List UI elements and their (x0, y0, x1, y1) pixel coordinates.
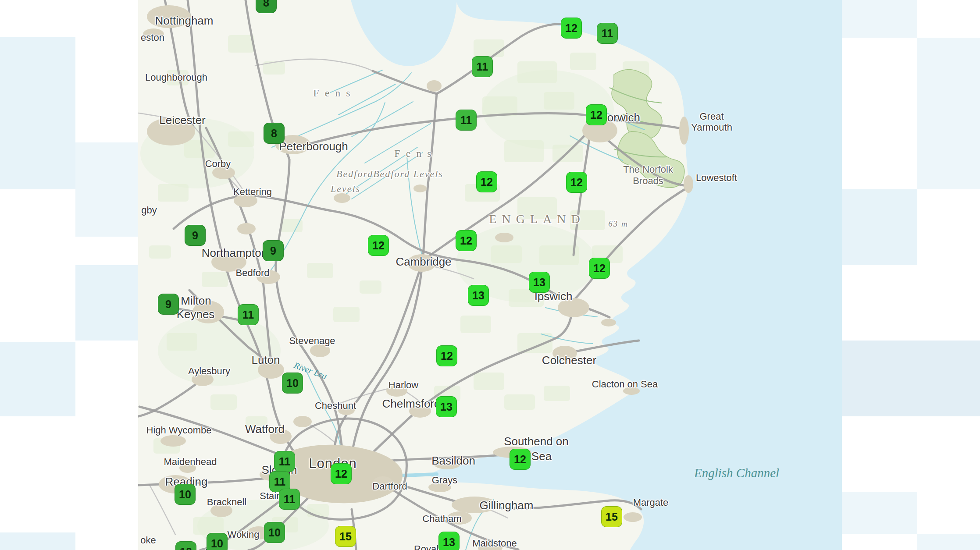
temperature-marker[interactable]: 10 (207, 533, 228, 550)
temperature-marker[interactable]: 12 (510, 449, 531, 470)
temperature-marker[interactable]: 11 (279, 489, 300, 510)
temperature-marker[interactable]: 15 (335, 526, 356, 547)
temperature-marker[interactable]: 9 (158, 294, 179, 315)
temperature-marker[interactable]: 12 (368, 235, 389, 256)
temperature-marker[interactable]: 12 (566, 172, 587, 193)
map-viewport[interactable]: NottinghamestonLoughboroughLeicesterCorb… (0, 0, 980, 550)
loading-tile-column-left-outer (0, 0, 75, 550)
temperature-marker[interactable]: 10 (282, 373, 303, 394)
temperature-marker[interactable]: 11 (274, 451, 295, 472)
temperature-marker[interactable]: 13 (468, 285, 489, 306)
loading-tile-column-right-inner (842, 0, 917, 550)
temperature-marker[interactable]: 12 (586, 104, 607, 125)
temperature-marker[interactable]: 8 (256, 0, 277, 13)
loading-tile-column-left-inner (75, 0, 138, 550)
temperature-marker[interactable]: 12 (436, 345, 457, 366)
temperature-marker[interactable]: 10 (175, 541, 196, 550)
temperature-marker[interactable]: 12 (476, 171, 497, 192)
temperature-marker[interactable]: 13 (436, 396, 457, 417)
temperature-marker[interactable]: 11 (456, 110, 477, 131)
temperature-marker[interactable]: 12 (331, 463, 352, 484)
temperature-marker[interactable]: 11 (597, 23, 618, 44)
temperature-marker[interactable]: 13 (529, 272, 550, 293)
temperature-marker[interactable]: 10 (175, 484, 196, 505)
temperature-marker[interactable]: 11 (472, 56, 493, 77)
temperature-marker[interactable]: 11 (238, 304, 259, 325)
temperature-marker[interactable]: 9 (185, 225, 206, 246)
map-basemap[interactable] (0, 0, 980, 550)
temperature-marker[interactable]: 13 (438, 532, 460, 550)
temperature-marker[interactable]: 10 (264, 522, 285, 543)
temperature-marker[interactable]: 9 (263, 240, 284, 261)
temperature-marker[interactable]: 12 (589, 258, 610, 279)
temperature-marker[interactable]: 8 (264, 123, 285, 144)
loading-tile-column-right-outer (917, 0, 980, 550)
temperature-marker[interactable]: 12 (456, 230, 477, 251)
temperature-marker[interactable]: 15 (601, 506, 622, 527)
temperature-marker[interactable]: 12 (561, 18, 582, 39)
